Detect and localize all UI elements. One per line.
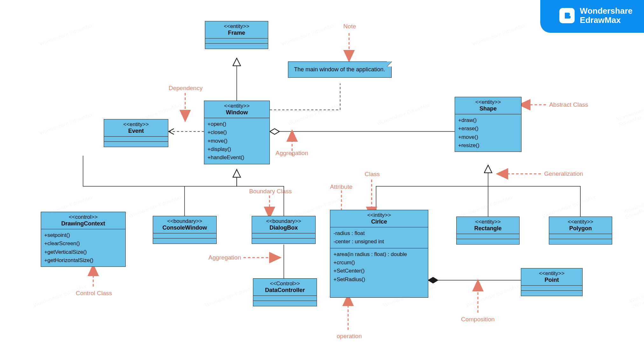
class-polygon: <<entity>>Polygon [549,217,612,245]
op: +display() [207,145,266,153]
watermark: Wondershare EdrawMax [39,111,93,136]
op: +handleEvent() [207,153,266,162]
label-dependency: Dependency [169,85,203,92]
note-box: The main window of the application. [288,61,392,78]
class-drawing-context: <<control>>DrawingContext +setpoint() +c… [41,212,126,267]
class-dialog-box: <<boundary>>DialogBox [252,216,316,244]
label-boundary-class: Boundary Class [249,188,292,195]
watermark: Wondershare EdrawMax [128,194,182,219]
label-composition: Composition [461,316,495,323]
attr: -radius : float [333,229,425,238]
op: +SetRadius() [333,275,425,284]
badge-line1: Wondershare [580,6,633,16]
watermark: Wondershare EdrawMax [287,102,341,126]
class-rectangle: <<entity>>Rectangle [456,217,520,245]
watermark: Wondershare EdrawMax [542,194,596,219]
watermark: Wondershare EdrawMax [39,22,93,47]
class-console-window: <<boundary>>ConsoleWindow [153,216,217,244]
label-attribute: Attribute [330,183,353,190]
op: +erase() [458,125,518,133]
op: +move() [207,137,266,145]
op: +getHorizontalSize() [44,256,122,265]
label-abstract-class: Abstract Class [549,101,588,108]
watermark: Wondershare EdrawMax [376,102,430,126]
attr: -center : unsigned int [333,238,425,246]
class-frame: <<entity>>Frame [205,21,268,49]
class-window: <<entity>>Window +open() +close() +move(… [204,101,270,164]
wondershare-badge: Wondershare EdrawMax [540,0,644,33]
edrawmax-logo-icon [559,8,575,23]
label-aggregation-2: Aggregation [208,254,241,261]
op: +move() [458,133,518,141]
label-aggregation: Aggregation [276,150,308,157]
watermark: Wondershare EdrawMax [465,283,520,308]
op: +draw() [458,116,518,125]
op: +open() [207,120,266,128]
label-class: Class [365,171,380,178]
connectors-layer [0,0,644,363]
op: +resize() [458,141,518,150]
op: +area(in radius : float) : double [333,250,425,259]
watermark: Wondershare EdrawMax [281,22,335,47]
class-circle: <<intity>>Cirlce -radius : float -center… [330,210,428,298]
op: +close() [207,128,266,137]
op: +clearScreen() [44,239,122,248]
class-data-controller: <<Control>>DataController [253,278,317,306]
watermark: Wondershare EdrawMax [459,194,513,219]
class-point: <<entity>>Point [521,268,583,296]
watermark: Wondershare EdrawMax [204,283,259,308]
label-generalization: Generalization [544,170,583,177]
op: +getVerticalSize() [44,248,122,256]
op: +SetCenter() [333,267,425,275]
watermark: Wondershare EdrawMax [472,22,526,47]
watermark: Wondershare EdrawMax [623,199,644,220]
op: +setpoint() [44,231,122,239]
label-control-class: Control Class [76,290,112,297]
label-operation: operation [337,333,362,340]
class-event: <<entity>>Event [104,119,168,147]
op: +crcum() [333,259,425,267]
note-text: The main window of the application. [294,66,385,73]
watermark: Wondershare EdrawMax [616,107,644,128]
watermark: Wondershare EdrawMax [629,288,644,310]
badge-line2: EdrawMax [580,16,633,25]
class-shape: <<entity>>Shape +draw() +erase() +move()… [455,97,522,152]
label-note: Note [343,23,356,30]
